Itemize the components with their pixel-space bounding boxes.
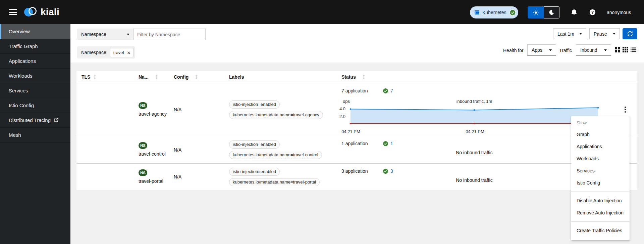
active-filter-chip-group: Namespace travel×: [77, 46, 135, 58]
svg-text:?: ?: [591, 10, 594, 15]
inbound-traffic-sparkline: [351, 106, 598, 126]
config-cell: N/A: [169, 83, 224, 136]
sidebar-item-services[interactable]: Services: [0, 83, 70, 98]
healthy-count[interactable]: 1: [390, 141, 393, 146]
labels-cell: istio-injection=enabled kubernetes.io/me…: [224, 164, 336, 190]
ns-badge: NS: [139, 169, 147, 176]
column-header-name[interactable]: Na...: [133, 74, 169, 80]
column-header-status[interactable]: Status: [336, 74, 617, 80]
chart-xtick: 04:21 PM: [339, 129, 363, 134]
username[interactable]: anonymous: [607, 10, 631, 15]
view-list-icon[interactable]: [631, 47, 636, 52]
column-header-config[interactable]: Config: [169, 74, 224, 80]
app-count: 1 application: [341, 141, 383, 146]
sidebar-item-overview[interactable]: Overview: [0, 24, 70, 39]
table-row: NS travel-portal N/A istio-injection=ena…: [76, 164, 637, 190]
menu-item-services[interactable]: Services: [571, 165, 630, 177]
namespace-name[interactable]: travel-portal: [139, 178, 163, 185]
menu-item-istio-config[interactable]: Istio Config: [571, 177, 630, 189]
healthy-count[interactable]: 3: [390, 168, 393, 174]
menu-item-remove-auto-injection[interactable]: Remove Auto Injection: [571, 207, 630, 219]
menu-item-workloads[interactable]: Workloads: [571, 153, 630, 165]
health-ok-icon: [383, 169, 388, 174]
caret-down-icon: [549, 49, 552, 51]
sort-icon[interactable]: [362, 75, 366, 79]
namespace-name[interactable]: travel-control: [139, 151, 166, 157]
kebab-menu-button[interactable]: [623, 105, 627, 114]
label-chip: istio-injection=enabled: [229, 100, 280, 109]
refresh-interval-select[interactable]: Pause: [589, 28, 620, 39]
view-compact-icon[interactable]: [615, 47, 620, 52]
chart-title: inbound traffic, 1m: [351, 99, 598, 104]
column-header-tls[interactable]: TLS: [76, 74, 133, 80]
traffic-label: Traffic: [559, 48, 572, 53]
healthy-count[interactable]: 7: [390, 88, 393, 93]
cluster-badge[interactable]: Kubernetes: [470, 6, 518, 18]
chart-xtick: 04:21 PM: [463, 129, 487, 134]
cluster-icon: [474, 10, 480, 15]
config-cell: N/A: [169, 164, 224, 190]
label-chip: istio-injection=enabled: [229, 140, 280, 149]
health-for-select[interactable]: Apps: [527, 44, 556, 56]
ns-badge: NS: [139, 102, 147, 109]
caret-down-icon: [604, 49, 607, 51]
namespace-name-cell: NS travel-portal: [133, 164, 169, 190]
external-link-icon: [54, 118, 59, 123]
menu-item-graph[interactable]: Graph: [571, 128, 630, 140]
sidebar-item-traffic-graph[interactable]: Traffic Graph: [0, 39, 70, 54]
notifications-button[interactable]: [571, 9, 577, 17]
sidebar-item-mesh[interactable]: Mesh: [0, 128, 70, 143]
menu-item-disable-auto-injection[interactable]: Disable Auto Injection: [571, 195, 630, 207]
caret-down-icon: [127, 34, 129, 35]
namespace-name-cell: NS travel-control: [133, 136, 169, 163]
masthead: kiali Kubernetes ? anonymous: [0, 0, 644, 24]
chart-y-unit: ops: [343, 99, 350, 104]
sidebar-item-istio-config[interactable]: Istio Config: [0, 98, 70, 113]
table-row: NS travel-agency N/A istio-injection=ena…: [76, 83, 637, 136]
view-grid-icon[interactable]: [623, 47, 628, 52]
filter-type-select[interactable]: Namespace: [77, 29, 133, 40]
hamburger-menu-icon[interactable]: [9, 9, 17, 15]
health-ok-icon: [383, 88, 388, 93]
no-traffic-text: No inbound traffic: [351, 177, 598, 183]
label-chip: kubernetes.io/metadata.name=travel-porta…: [229, 178, 320, 186]
duration-select[interactable]: Last 1m: [553, 28, 586, 39]
chart-ytick: 2.0: [334, 114, 345, 119]
namespace-name-cell: NS travel-agency: [133, 83, 169, 136]
sort-icon[interactable]: [93, 75, 97, 79]
table-header-row: TLS Na... Config Labels Status: [76, 71, 637, 83]
help-button[interactable]: ?: [589, 9, 596, 17]
dark-theme-button[interactable]: [544, 6, 559, 18]
app-count: 3 application: [341, 168, 383, 174]
sort-icon[interactable]: [195, 75, 198, 79]
chip-group-label: Namespace: [81, 50, 106, 55]
view-mode-switcher: [615, 47, 636, 52]
toolbar: Namespace Last 1m Pause Namespace travel…: [70, 24, 644, 63]
label-chip: kubernetes.io/metadata.name=travel-contr…: [229, 151, 322, 159]
ns-badge: NS: [139, 142, 147, 149]
caret-down-icon: [579, 33, 582, 35]
remove-chip-icon[interactable]: ×: [127, 50, 130, 55]
theme-toggle: [528, 6, 559, 18]
traffic-direction-select[interactable]: Inbound: [576, 44, 611, 56]
sidebar-item-workloads[interactable]: Workloads: [0, 69, 70, 83]
config-cell: N/A: [169, 136, 224, 163]
sidebar-item-distributed-tracing[interactable]: Distributed Tracing: [0, 113, 70, 128]
namespace-name[interactable]: travel-agency: [139, 111, 167, 117]
cluster-healthy-icon: [509, 9, 516, 16]
cluster-name: Kubernetes: [482, 10, 506, 15]
chart-ytick: 4.0: [334, 106, 345, 112]
sidebar-item-applications[interactable]: Applications: [0, 54, 70, 69]
sort-icon[interactable]: [155, 75, 158, 79]
namespace-filter-input[interactable]: [133, 29, 206, 40]
sidebar-nav: Overview Traffic Graph Applications Work…: [0, 24, 70, 244]
moon-icon: [549, 10, 554, 15]
column-header-labels[interactable]: Labels: [224, 74, 336, 80]
light-theme-button[interactable]: [528, 6, 544, 18]
health-ok-icon: [383, 141, 388, 146]
table-row: NS travel-control N/A istio-injection=en…: [76, 136, 637, 164]
menu-item-applications[interactable]: Applications: [571, 140, 630, 153]
menu-item-create-traffic-policies[interactable]: Create Traffic Policies: [571, 225, 630, 237]
labels-cell: istio-injection=enabled kubernetes.io/me…: [224, 83, 336, 136]
refresh-button[interactable]: [623, 28, 637, 39]
